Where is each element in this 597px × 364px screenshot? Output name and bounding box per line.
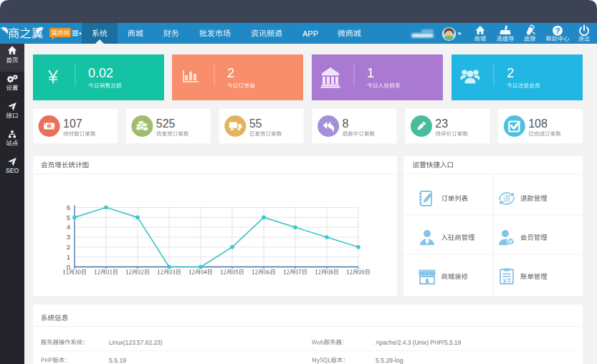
svg-text:¥: ¥: [47, 67, 58, 87]
svg-text:108: 108: [528, 118, 548, 130]
svg-text:2: 2: [227, 66, 234, 80]
svg-text:5.5.19: 5.5.19: [109, 357, 126, 364]
svg-text:107: 107: [63, 118, 82, 130]
svg-text:SEO: SEO: [6, 167, 19, 174]
svg-text:1: 1: [367, 66, 374, 80]
svg-text:55: 55: [249, 118, 262, 130]
svg-text:4: 4: [67, 223, 70, 231]
svg-text:1: 1: [67, 253, 70, 261]
svg-text:23: 23: [435, 118, 448, 130]
svg-text:5.5.28-log: 5.5.28-log: [376, 357, 403, 364]
svg-text:2: 2: [507, 66, 514, 80]
svg-text:525: 525: [156, 118, 176, 130]
svg-text:Linux(123.57.62.23): Linux(123.57.62.23): [109, 339, 163, 346]
svg-text:1: 1: [48, 124, 50, 128]
svg-text:0: 0: [67, 263, 70, 271]
svg-text:2: 2: [67, 243, 70, 251]
svg-text:APP: APP: [302, 29, 318, 38]
svg-text:¥: ¥: [503, 277, 507, 284]
svg-text:3: 3: [67, 233, 70, 241]
svg-text:6: 6: [67, 203, 70, 211]
svg-text:0.02: 0.02: [88, 66, 113, 80]
svg-text:5: 5: [67, 214, 70, 221]
svg-text:?: ?: [555, 27, 560, 35]
svg-text:Apache/2.4.3 (Unix) PHP/5.5.19: Apache/2.4.3 (Unix) PHP/5.5.19: [376, 339, 462, 346]
svg-text:8: 8: [343, 118, 349, 130]
